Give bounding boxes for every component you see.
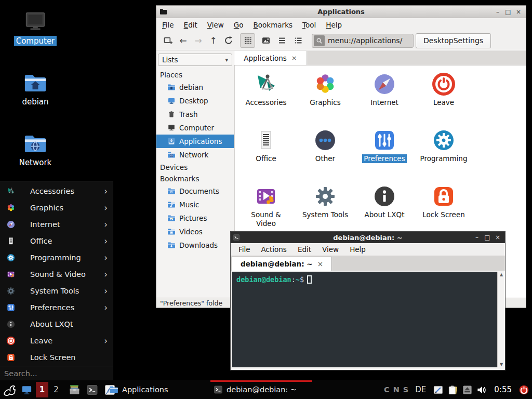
desktop-icon-computer[interactable]: Computer (10, 10, 60, 46)
task-button-applications[interactable]: Applications (106, 380, 205, 399)
address-bar[interactable]: menu://applications/ (312, 34, 414, 48)
submenu-arrow-icon: › (104, 220, 108, 229)
menu-item-lock-screen[interactable]: Lock Screen (0, 349, 113, 366)
documents-folder-icon (167, 187, 176, 195)
show-desktop-button[interactable] (19, 380, 34, 399)
up-button[interactable]: ↑ (206, 33, 221, 48)
sidebar-item-debian[interactable]: debian (156, 81, 234, 94)
app-item-preferences[interactable]: Preferences (355, 128, 414, 184)
menu-item-system-tools[interactable]: System Tools› (0, 283, 113, 299)
system-tools-icon (313, 184, 338, 209)
app-item-graphics[interactable]: Graphics (296, 72, 355, 128)
sidebar-mode-dropdown[interactable]: Lists ▾ (158, 54, 232, 66)
minimize-button[interactable]: – (473, 232, 481, 243)
menu-edit[interactable]: Edit (184, 21, 197, 29)
keyboard-layout[interactable]: DE (415, 385, 426, 394)
app-item-internet[interactable]: Internet (355, 72, 414, 128)
menu-tool[interactable]: Tool (302, 21, 316, 29)
sidebar-item-documents[interactable]: Documents (156, 184, 234, 198)
desktop-settings-button[interactable]: DesktopSettings (416, 33, 491, 48)
app-item-accessories[interactable]: Accessories (236, 72, 296, 128)
sidebar-item-applications[interactable]: Applications (156, 135, 234, 148)
app-item-leave[interactable]: Leave (414, 72, 473, 128)
sidebar-item-desktop[interactable]: Desktop (156, 94, 234, 108)
terminal-screen[interactable]: debian@debian:~$ (232, 272, 497, 367)
computer-icon (167, 124, 176, 132)
file-manager-launcher[interactable] (66, 380, 82, 399)
computer-icon (23, 10, 47, 34)
screenshot-tray-icon[interactable] (433, 384, 444, 395)
menu-file[interactable]: File (162, 21, 174, 29)
menu-help[interactable]: Help (350, 245, 366, 254)
sidebar-item-videos[interactable]: Videos (156, 225, 234, 238)
task-button-terminal[interactable]: debian@debian: ~ (210, 380, 312, 399)
volume-tray-icon[interactable] (476, 384, 487, 395)
thumbnail-view-button[interactable] (258, 33, 273, 48)
close-button[interactable]: × (494, 232, 502, 243)
terminal-tab[interactable]: debian@debian: ~ × (232, 257, 332, 271)
new-tab-button[interactable] (161, 33, 176, 48)
menu-bookmarks[interactable]: Bookmarks (254, 21, 292, 29)
workspace-1-button[interactable]: 1 (36, 382, 48, 397)
back-button[interactable]: ← (176, 33, 191, 48)
applications-icon (167, 137, 176, 145)
menu-item-graphics[interactable]: Graphics› (0, 200, 113, 216)
close-button[interactable]: × (514, 6, 523, 18)
terminal-titlebar[interactable]: debian@debian: ~ – □ × (231, 232, 505, 243)
menu-item-internet[interactable]: Internet› (0, 216, 113, 233)
menu-item-preferences[interactable]: Preferences› (0, 299, 113, 316)
sidebar-item-music[interactable]: Music (156, 198, 234, 211)
reload-button[interactable] (221, 33, 236, 48)
power-button[interactable] (518, 384, 529, 395)
app-item-office[interactable]: Office (236, 128, 296, 184)
system-tray: C N S DE 0:55 (384, 380, 532, 399)
app-item-programming[interactable]: Programming (414, 128, 473, 184)
menu-item-leave[interactable]: Leave› (0, 332, 113, 349)
sidebar-item-downloads[interactable]: Downloads (156, 238, 234, 252)
search-input[interactable] (0, 369, 113, 378)
scroll-down-icon[interactable]: ▼ (500, 362, 503, 367)
desktop-icon-network[interactable]: Network (10, 132, 60, 168)
scroll-up-icon[interactable]: ▲ (500, 272, 503, 277)
app-item-other[interactable]: Other (296, 128, 355, 184)
fm-titlebar[interactable]: Applications – □ × (156, 6, 526, 18)
icon-view-button[interactable] (240, 33, 255, 48)
tab-close-icon[interactable]: × (317, 260, 323, 268)
menu-item-sound-video[interactable]: Sound & Video› (0, 266, 113, 283)
menu-view[interactable]: View (322, 245, 339, 254)
workspace-2-button[interactable]: 2 (50, 382, 62, 397)
eject-tray-icon[interactable] (462, 384, 473, 395)
minimize-button[interactable]: – (494, 6, 502, 18)
about-icon (6, 320, 16, 329)
start-menu-button[interactable] (0, 380, 19, 399)
menu-item-office[interactable]: Office› (0, 233, 113, 249)
sidebar-item-trash[interactable]: Trash (156, 108, 234, 121)
menu-go[interactable]: Go (234, 21, 244, 29)
clock[interactable]: 0:55 (494, 385, 512, 394)
maximize-button[interactable]: □ (504, 6, 512, 18)
menu-item-about-lxqt[interactable]: About LXQt (0, 316, 113, 332)
desktop-icon-debian[interactable]: debian (10, 71, 60, 107)
internet-icon (372, 72, 397, 97)
clipboard-tray-icon[interactable] (447, 384, 458, 395)
tab-applications[interactable]: Applications × (234, 51, 307, 65)
menu-help[interactable]: Help (326, 21, 342, 29)
tab-close-icon[interactable]: × (291, 54, 297, 62)
terminal-scrollbar[interactable]: ▲ ▼ (497, 272, 505, 367)
about-icon (372, 184, 397, 209)
detailed-view-button[interactable] (290, 33, 305, 48)
compact-view-icon (277, 36, 287, 45)
sidebar-item-network[interactable]: Network (156, 148, 234, 162)
compact-view-button[interactable] (274, 33, 289, 48)
menu-actions[interactable]: Actions (261, 245, 287, 254)
menu-file[interactable]: File (238, 245, 250, 254)
sidebar-item-computer[interactable]: Computer (156, 121, 234, 135)
menu-edit[interactable]: Edit (298, 245, 311, 254)
menu-view[interactable]: View (207, 21, 224, 29)
maximize-button[interactable]: □ (483, 232, 491, 243)
menu-item-programming[interactable]: Programming› (0, 249, 113, 266)
menu-item-accessories[interactable]: Accessories› (0, 183, 113, 200)
sidebar-item-pictures[interactable]: Pictures (156, 211, 234, 225)
terminal-launcher[interactable] (84, 380, 100, 399)
forward-button[interactable]: → (191, 33, 206, 48)
